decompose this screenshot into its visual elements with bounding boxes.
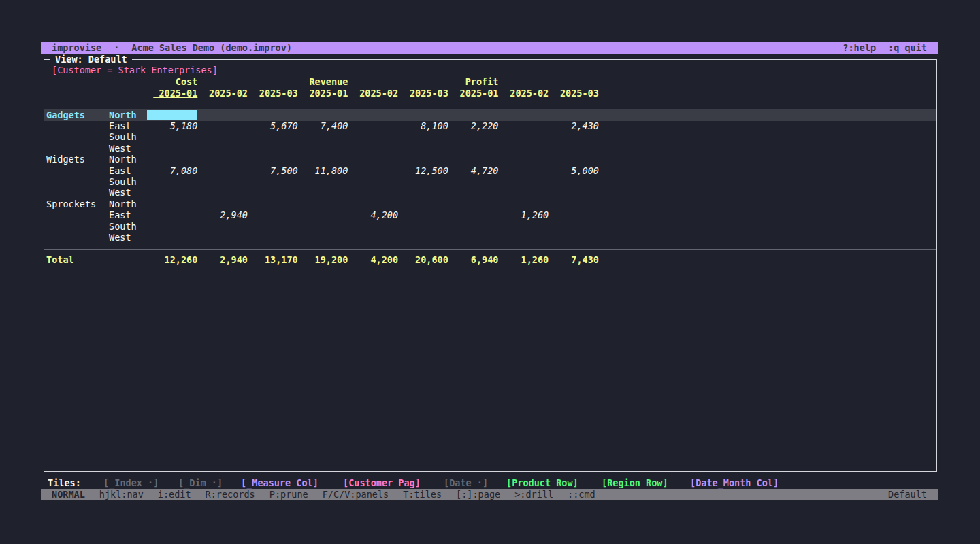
pivot-row[interactable]: East7,0807,50011,80012,5004,7205,000 (44, 165, 936, 177)
document-title: Acme Sales Demo (demo.improv) (131, 42, 292, 53)
cell-value[interactable]: 5,180 (143, 120, 197, 132)
total-value: 19,200 (293, 254, 348, 266)
tile-region[interactable]: [Region Row] (602, 477, 668, 489)
quit-hint: :q quit (888, 42, 927, 53)
status-hint: R:records (206, 489, 255, 500)
tile-_measure[interactable]: [_Measure Col] (241, 477, 318, 489)
header-separator (44, 105, 936, 105)
region-label: West (109, 143, 131, 154)
status-hint: F/C/V:panels (323, 489, 389, 500)
tiles-bar-label: Tiles: (48, 477, 81, 489)
cell-value[interactable]: 2,430 (544, 120, 599, 132)
pivot-row[interactable]: GadgetsNorth (44, 109, 936, 121)
status-hint: [:]:page (456, 489, 500, 500)
status-hint: ::cmd (568, 489, 595, 500)
month-col-header[interactable]: 2025-02 (193, 88, 248, 99)
filter-tag[interactable]: [Customer = Stark Enterprises] (52, 65, 218, 76)
pivot-row[interactable]: East5,1805,6707,4008,1002,2202,430 (44, 120, 936, 132)
total-value: 20,600 (394, 254, 448, 266)
cell-value[interactable]: 1,260 (494, 209, 549, 221)
title-separator-dot: · (114, 42, 119, 53)
pivot-row[interactable]: South (44, 176, 936, 188)
cell-value[interactable]: 4,720 (444, 165, 499, 177)
month-col-header[interactable]: 2025-03 (544, 88, 599, 99)
selected-cell[interactable] (147, 110, 197, 120)
month-col-header[interactable]: 2025-02 (494, 88, 549, 99)
cell-value[interactable]: 2,940 (193, 209, 248, 221)
cell-value[interactable]: 8,100 (394, 120, 448, 132)
region-label: East (109, 209, 131, 221)
tile-date[interactable]: [Date ·] (444, 477, 488, 489)
cell-value[interactable]: 7,500 (244, 165, 298, 177)
pivot-row[interactable]: West (44, 232, 936, 243)
product-label: Widgets (46, 154, 85, 165)
total-row: Total12,2602,94013,17019,2004,20020,6006… (44, 254, 936, 266)
pivot-row[interactable]: East2,9404,2001,260 (44, 209, 936, 221)
terminal-screen: improvise·Acme Sales Demo (demo.improv) … (0, 0, 980, 544)
region-label: North (109, 199, 137, 210)
view-frame-title: View: Default (50, 54, 132, 65)
status-hint: i:edit (158, 489, 191, 500)
measure-group-label[interactable]: Revenue (293, 76, 348, 88)
status-hint: P:prune (270, 489, 308, 500)
cell-value[interactable]: 4,200 (344, 209, 398, 221)
month-col-header[interactable]: 2025-01 (444, 88, 499, 99)
cell-value[interactable]: 5,000 (544, 165, 599, 177)
pivot-row[interactable]: West (44, 143, 936, 154)
tile-_index[interactable]: [_Index ·] (103, 477, 159, 489)
region-label: North (109, 109, 137, 121)
region-label: North (109, 154, 137, 165)
cell-value[interactable]: 11,800 (293, 165, 348, 177)
measure-group-label[interactable]: Cost (143, 76, 197, 88)
status-bar: NORMAL hjkl:navi:editR:recordsP:pruneF/C… (41, 489, 938, 500)
measure-group-header-row: CostRevenueProfit (44, 76, 936, 88)
help-hint: ?:help (843, 42, 876, 53)
total-value: 6,940 (444, 254, 499, 266)
title-bar-left: improvise·Acme Sales Demo (demo.improv) (52, 42, 304, 54)
pivot-row[interactable]: South (44, 131, 936, 143)
product-label: Gadgets (46, 109, 85, 121)
status-hint: >:drill (514, 489, 553, 500)
status-view-name: Default (888, 489, 927, 500)
pivot-row[interactable]: South (44, 221, 936, 233)
pivot-row[interactable]: SprocketsNorth (44, 199, 936, 210)
region-label: East (109, 165, 131, 177)
pivot-row[interactable]: WidgetsNorth (44, 154, 936, 165)
status-hint: hjkl:nav (99, 489, 144, 500)
title-bar-right: ?:help:q quit (830, 42, 927, 54)
region-label: West (109, 232, 131, 243)
region-label: West (109, 187, 131, 199)
total-value: 7,430 (544, 254, 599, 266)
status-hint: T:tiles (403, 489, 442, 500)
tile-customer[interactable]: [Customer Pag] (343, 477, 421, 489)
tile-product[interactable]: [Product Row] (506, 477, 578, 489)
tile-_dim[interactable]: [_Dim ·] (178, 477, 223, 489)
product-label: Sprockets (46, 199, 96, 210)
total-value: 2,940 (193, 254, 248, 266)
cell-value[interactable]: 5,670 (244, 120, 298, 132)
region-label: South (109, 131, 137, 143)
tile-date_month[interactable]: [Date_Month Col] (690, 477, 779, 489)
cell-value[interactable]: 7,080 (143, 165, 197, 177)
month-col-header[interactable]: 2025-03 (244, 88, 298, 99)
month-col-header[interactable]: 2025-02 (344, 88, 398, 99)
month-col-header[interactable]: 2025-03 (394, 88, 448, 99)
cell-value[interactable]: 2,220 (444, 120, 499, 132)
total-value: 12,260 (143, 254, 197, 266)
month-header-row: 2025-012025-022025-032025-012025-022025-… (44, 88, 936, 99)
title-bar: improvise·Acme Sales Demo (demo.improv) … (41, 42, 938, 54)
pivot-row[interactable]: West (44, 187, 936, 199)
month-col-header[interactable]: 2025-01 (143, 88, 197, 99)
total-value: 13,170 (244, 254, 298, 266)
cell-value[interactable]: 12,500 (394, 165, 448, 177)
total-value: 4,200 (344, 254, 398, 266)
tiles-bar: Tiles: [_Index ·][_Dim ·][_Measure Col][… (0, 477, 980, 489)
app-name: improvise (52, 42, 101, 53)
status-hints: NORMAL hjkl:navi:editR:recordsP:pruneF/C… (52, 489, 610, 500)
total-value: 1,260 (494, 254, 549, 266)
cell-value[interactable]: 7,400 (293, 120, 348, 132)
mode-indicator: NORMAL (52, 489, 85, 500)
month-col-header[interactable]: 2025-01 (293, 88, 348, 99)
measure-group-label[interactable]: Profit (444, 76, 499, 88)
total-label: Total (46, 254, 74, 266)
